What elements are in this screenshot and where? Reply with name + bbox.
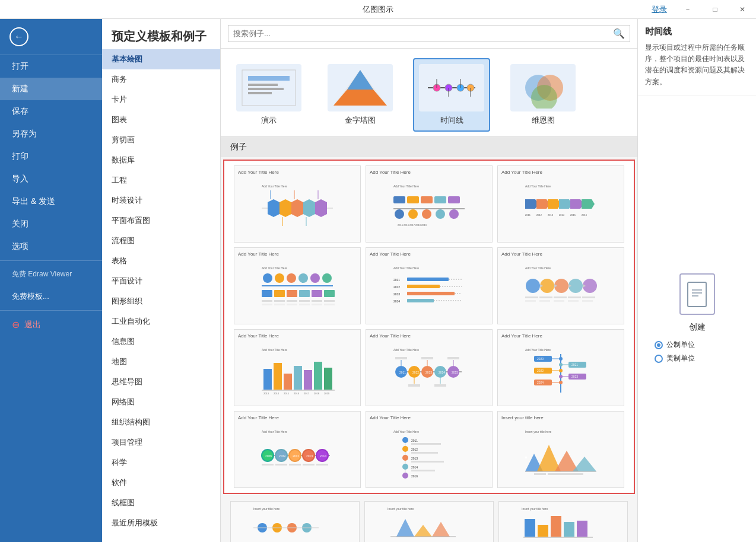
template-item-3[interactable]: Add Your Title Here Add Your Title Here xyxy=(497,165,624,243)
template-item-8[interactable]: Add Your Title Here Add Your Title Here … xyxy=(366,329,493,406)
category-item-engineering[interactable]: 工程 xyxy=(102,170,220,190)
sidebar-item-export[interactable]: 导出 & 发送 xyxy=(0,190,102,213)
category-item-network[interactable]: 网络图 xyxy=(102,392,220,412)
template-item-10[interactable]: Add Your Title Here Add Your Title Here … xyxy=(234,411,361,488)
svg-rect-238 xyxy=(525,519,535,537)
template-item-7[interactable]: Add Your Title Here Add Your Title Here xyxy=(234,329,361,406)
template-item-5[interactable]: Add Your Title Here Add Your Title Here … xyxy=(366,247,493,324)
template-item-9[interactable]: Add Your Title Here Add Your Title Here … xyxy=(497,329,624,406)
sidebar-item-free-viewer[interactable]: 免费 Edraw Viewer xyxy=(0,263,102,285)
svg-text:2012: 2012 xyxy=(393,285,400,289)
svg-rect-156 xyxy=(447,357,459,359)
category-item-basic[interactable]: 基本绘图 xyxy=(102,49,220,69)
svg-rect-37 xyxy=(421,196,433,203)
search-icon[interactable]: 🔍 xyxy=(613,28,625,39)
category-item-science[interactable]: 科学 xyxy=(102,452,220,473)
svg-marker-218 xyxy=(555,451,579,471)
sidebar-item-save[interactable]: 保存 xyxy=(0,100,102,123)
category-item-industrial[interactable]: 工业自动化 xyxy=(102,311,220,331)
sidebar-item-exit[interactable]: ⊖ 退出 xyxy=(0,313,102,336)
category-item-map[interactable]: 地图 xyxy=(102,352,220,372)
svg-rect-199 xyxy=(411,443,441,445)
category-item-recent[interactable]: 最近所用模板 xyxy=(102,513,220,533)
sidebar-item-save-as[interactable]: 另存为 xyxy=(0,123,102,145)
radio-metric[interactable]: 公制单位 xyxy=(655,340,695,350)
svg-text:2016: 2016 xyxy=(582,213,587,216)
template-item-4[interactable]: Add Your Title Here Add Your Title Here xyxy=(234,247,361,324)
sidebar-item-open[interactable]: 打开 xyxy=(0,55,102,78)
svg-text:2013: 2013 xyxy=(306,454,313,458)
more-template-2[interactable]: Insert your title here xyxy=(364,501,494,542)
svg-rect-114 xyxy=(525,300,536,302)
svg-marker-234 xyxy=(414,525,432,537)
category-item-clipart[interactable]: 剪切画 xyxy=(102,130,220,150)
svg-rect-38 xyxy=(434,196,446,203)
svg-rect-113 xyxy=(582,296,595,298)
category-item-table[interactable]: 表格 xyxy=(102,251,220,271)
template-cat-venn[interactable]: 维恩图 xyxy=(504,58,582,132)
template-cat-timeline[interactable]: 时间线 xyxy=(413,58,490,132)
more-template-3[interactable]: Insert your title here xyxy=(498,501,628,542)
template-cat-label-venn: 维恩图 xyxy=(532,115,555,126)
svg-point-178 xyxy=(559,381,563,384)
template-item-2[interactable]: Add Your Title Here Add Your Title Here xyxy=(366,165,493,243)
template-cat-label-timeline: 时间线 xyxy=(440,115,463,126)
category-item-wireframe[interactable]: 线框图 xyxy=(102,493,220,513)
template-item-6[interactable]: Add Your Title Here Add Your Title Here xyxy=(497,247,624,324)
svg-rect-85 xyxy=(324,304,335,305)
radio-imperial[interactable]: 美制单位 xyxy=(655,353,695,364)
sidebar-item-free-template[interactable]: 免费模板... xyxy=(0,285,102,308)
category-item-infographic[interactable]: 信息图 xyxy=(102,331,220,352)
category-item-project[interactable]: 项目管理 xyxy=(102,432,220,452)
category-item-card[interactable]: 卡片 xyxy=(102,90,220,110)
svg-marker-51 xyxy=(559,199,572,209)
svg-rect-152 xyxy=(395,357,407,359)
category-item-software[interactable]: 软件 xyxy=(102,473,220,493)
print-label: 打印 xyxy=(12,151,28,162)
category-item-floorplan[interactable]: 平面布置图 xyxy=(102,211,220,231)
sidebar-item-print[interactable]: 打印 xyxy=(0,145,102,168)
category-item-database[interactable]: 数据库 xyxy=(102,150,220,170)
svg-rect-239 xyxy=(538,525,548,537)
svg-text:2022: 2022 xyxy=(537,369,544,372)
svg-rect-94 xyxy=(407,299,434,302)
close-label: 关闭 xyxy=(12,219,28,229)
category-item-mindmap[interactable]: 思维导图 xyxy=(102,372,220,392)
category-item-flowchart[interactable]: 流程图 xyxy=(102,231,220,251)
search-input[interactable] xyxy=(233,29,609,38)
sidebar-item-import[interactable]: 导入 xyxy=(0,168,102,190)
sidebar-item-options[interactable]: 选项 xyxy=(0,235,102,258)
svg-rect-244 xyxy=(688,282,706,307)
close-window-button[interactable]: ✕ xyxy=(729,0,756,19)
unit-radio-group: 公制单位 美制单位 xyxy=(647,340,695,364)
template-item-11[interactable]: Add Your Title Here Add Your Title Here … xyxy=(366,411,493,488)
template-cat-pyramid[interactable]: 金字塔图 xyxy=(322,58,399,132)
svg-rect-77 xyxy=(299,300,310,302)
category-item-flatdesign[interactable]: 平面设计 xyxy=(102,271,220,291)
minimize-button[interactable]: － xyxy=(674,0,701,19)
category-item-chart[interactable]: 图表 xyxy=(102,110,220,130)
template-cat-presentation[interactable]: 演示 xyxy=(230,58,307,132)
sidebar-item-new[interactable]: 新建 xyxy=(0,78,102,100)
svg-text:2011: 2011 xyxy=(525,213,531,216)
back-button[interactable]: ← xyxy=(0,19,102,55)
svg-text:2011: 2011 xyxy=(399,371,406,374)
category-item-orgchart[interactable]: 组织结构图 xyxy=(102,412,220,432)
svg-rect-80 xyxy=(262,304,272,305)
svg-rect-82 xyxy=(287,304,297,305)
svg-point-45 xyxy=(449,209,459,219)
svg-rect-123 xyxy=(294,366,302,390)
more-template-1[interactable]: Insert your title here xyxy=(230,501,360,542)
maximize-button[interactable]: □ xyxy=(701,0,729,19)
create-button[interactable]: 创建 xyxy=(689,322,706,333)
category-item-shapes[interactable]: 图形组织 xyxy=(102,291,220,311)
svg-text:2012: 2012 xyxy=(536,213,542,216)
sidebar-item-close[interactable]: 关闭 xyxy=(0,213,102,235)
category-item-fashion[interactable]: 时装设计 xyxy=(102,190,220,211)
category-item-business[interactable]: 商务 xyxy=(102,69,220,90)
svg-rect-73 xyxy=(324,290,335,297)
login-link[interactable]: 登录 xyxy=(652,4,667,15)
template-item-12[interactable]: Insert your title here Insert your title… xyxy=(497,411,624,488)
svg-text:2014: 2014 xyxy=(559,213,565,216)
template-item-1[interactable]: Add Your Title Here Add Your Title Here xyxy=(234,165,361,243)
